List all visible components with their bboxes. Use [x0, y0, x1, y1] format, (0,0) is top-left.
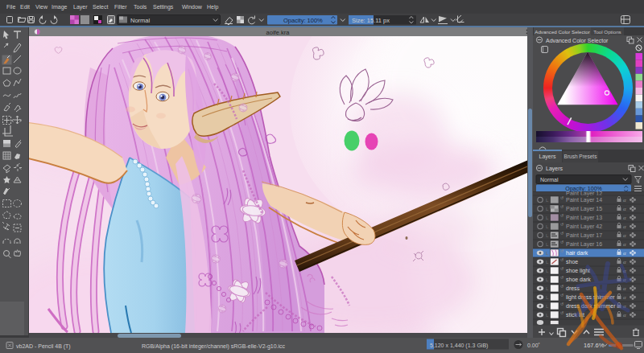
- svg-text:↺: ↺: [560, 248, 564, 253]
- svg-text:↺: ↺: [560, 195, 564, 200]
- svg-text:↺: ↺: [560, 275, 564, 280]
- svg-text:↺: ↺: [560, 284, 564, 289]
- svg-text:aoife.kra: aoife.kra: [266, 28, 291, 35]
- svg-text:α: α: [623, 241, 626, 248]
- svg-text:shoe light: shoe light: [566, 268, 590, 274]
- svg-text:α: α: [623, 197, 626, 203]
- svg-text:α: α: [623, 285, 626, 292]
- svg-text:↺: ↺: [560, 293, 564, 298]
- svg-text:↺: ↺: [560, 310, 564, 315]
- svg-text:shoe: shoe: [566, 259, 578, 265]
- svg-text:↺: ↺: [560, 240, 564, 244]
- svg-text:vb2AD - Pencil 4B (T): vb2AD - Pencil 4B (T): [16, 343, 71, 350]
- svg-text:α: α: [623, 268, 626, 274]
- svg-text:Paint Layer 15: Paint Layer 15: [566, 206, 602, 212]
- svg-text:α: α: [623, 294, 626, 301]
- svg-text:↺: ↺: [560, 213, 564, 218]
- svg-text:Size: 15.11 px: Size: 15.11 px: [352, 17, 390, 24]
- svg-text:Paint Layer 17: Paint Layer 17: [566, 232, 602, 239]
- svg-text:α: α: [623, 232, 626, 239]
- svg-text:shoe dark: shoe dark: [566, 277, 591, 282]
- svg-text:α: α: [623, 277, 626, 283]
- svg-text:dress dark shimmer: dress dark shimmer: [566, 303, 616, 309]
- svg-text:dress: dress: [566, 285, 580, 291]
- svg-text:↺: ↺: [560, 222, 564, 227]
- svg-text:Paint Layer 13: Paint Layer 13: [566, 215, 602, 221]
- svg-text:0.00˚: 0.00˚: [527, 343, 540, 348]
- svg-text:α: α: [623, 215, 626, 221]
- svg-text:↺: ↺: [560, 266, 564, 271]
- svg-text:light dress shimmer: light dress shimmer: [566, 294, 615, 301]
- svg-text:↺: ↺: [560, 302, 564, 306]
- svg-text:α: α: [623, 224, 626, 230]
- svg-text:α: α: [623, 303, 626, 310]
- svg-text:stick litt: stick litt: [566, 312, 584, 318]
- svg-text:α: α: [623, 206, 626, 212]
- svg-text:167.6%: 167.6%: [584, 342, 605, 349]
- svg-text:Normal: Normal: [130, 17, 151, 24]
- svg-text:Paint Layer 16: Paint Layer 16: [566, 241, 602, 248]
- svg-text:α: α: [623, 312, 626, 318]
- svg-text:↺: ↺: [560, 257, 564, 262]
- svg-text:↺: ↺: [560, 231, 564, 236]
- svg-text:α: α: [623, 250, 626, 257]
- svg-text:Paint Layer 42: Paint Layer 42: [566, 224, 602, 230]
- svg-text:RGB/Alpha (16-bit integer/chan: RGB/Alpha (16-bit integer/channel) sRGB-…: [142, 343, 286, 350]
- svg-text:Opacity: 100%: Opacity: 100%: [283, 17, 323, 24]
- svg-text:hair dark: hair dark: [566, 250, 588, 256]
- svg-text:5,120 x 1,440 (1.3 GiB): 5,120 x 1,440 (1.3 GiB): [430, 343, 488, 349]
- svg-text:α: α: [623, 259, 626, 265]
- svg-text:↺: ↺: [560, 204, 564, 209]
- svg-text:Paint Layer 14: Paint Layer 14: [566, 197, 602, 203]
